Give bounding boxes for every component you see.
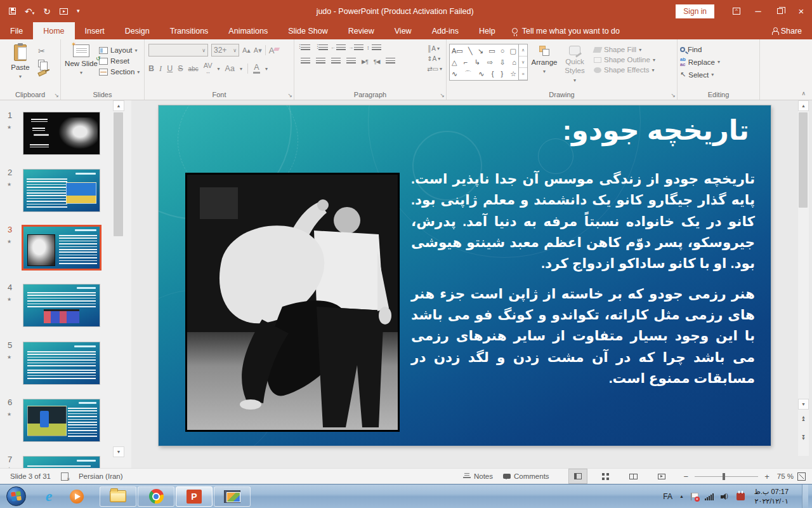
section-button[interactable]: Section▾ bbox=[99, 68, 140, 76]
increase-font-size-button[interactable]: A▴ bbox=[242, 47, 251, 54]
volume-icon[interactable]: ) bbox=[721, 493, 730, 500]
font-size-combo[interactable]: 32+∨ bbox=[211, 44, 239, 57]
vscroll-down-button[interactable]: ▼ bbox=[798, 399, 809, 410]
save-icon[interactable] bbox=[9, 8, 16, 15]
layout-button[interactable]: Layout▾ bbox=[99, 46, 140, 54]
scribble-shape-icon[interactable]: ∿ bbox=[452, 70, 457, 77]
arc-shape-icon[interactable]: ⌒ bbox=[464, 70, 471, 77]
clear-formatting-button[interactable]: A bbox=[269, 46, 275, 55]
tray-clock[interactable]: 07:17 ب.ظ ۲۰۲۲/۱۲/۰۱ bbox=[752, 487, 795, 506]
font-color-button[interactable]: A bbox=[253, 64, 260, 74]
vscroll-thumb[interactable] bbox=[799, 112, 808, 208]
thumb-scrollbar-thumb[interactable] bbox=[114, 112, 123, 236]
drawing-dialog-launcher[interactable]: ↘ bbox=[671, 92, 676, 98]
start-slideshow-icon[interactable] bbox=[60, 8, 68, 15]
main-vertical-scrollbar[interactable]: ▲ ▼ ▲▲ ▼▼ bbox=[798, 100, 809, 456]
shapes-gallery[interactable]: A▭╲↘▭○▢ △⌐↳⇨⇩⌂ ∿⌒∿{}☆ ∧ ∨ ≡ bbox=[449, 44, 528, 81]
underline-button[interactable]: U bbox=[167, 64, 173, 73]
next-slide-button[interactable]: ▼▼ bbox=[798, 432, 809, 443]
hardware-plug-icon[interactable] bbox=[737, 493, 745, 500]
justify-icon[interactable] bbox=[346, 58, 356, 65]
shape-outline-button[interactable]: Shape Outline▾ bbox=[594, 56, 655, 64]
elbow-arrow-shape-icon[interactable]: ↳ bbox=[475, 59, 480, 66]
zoom-in-button[interactable]: + bbox=[762, 472, 772, 481]
thumb-scroll-up-button[interactable]: ▲ bbox=[113, 100, 124, 111]
oval-shape-icon[interactable]: ○ bbox=[501, 48, 505, 55]
animation-star-icon[interactable]: ★ bbox=[7, 411, 11, 417]
copy-icon[interactable] bbox=[38, 60, 44, 67]
slide-thumbnail-3-selected[interactable] bbox=[22, 225, 102, 271]
language-indicator[interactable]: Persian (Iran) bbox=[79, 472, 123, 480]
align-center-icon[interactable] bbox=[316, 58, 325, 65]
decrease-indent-icon[interactable] bbox=[336, 44, 346, 51]
spell-check-button[interactable] bbox=[61, 472, 69, 481]
start-button[interactable] bbox=[6, 486, 26, 506]
increase-indent-icon[interactable] bbox=[354, 44, 363, 51]
line-shape-icon[interactable]: ╲ bbox=[468, 48, 473, 55]
shapes-more[interactable]: ≡ bbox=[519, 68, 527, 80]
bold-button[interactable]: B bbox=[148, 64, 154, 73]
tab-help[interactable]: Help bbox=[469, 22, 506, 39]
slide-thumbnail-1[interactable] bbox=[23, 112, 100, 155]
cut-icon[interactable]: ✂ bbox=[38, 46, 46, 56]
change-case-button[interactable]: Aa bbox=[225, 64, 235, 73]
sign-in-button[interactable]: Sign in bbox=[676, 4, 714, 18]
slide-thumbnail-6[interactable] bbox=[23, 399, 100, 442]
freeform-shape-icon[interactable]: ⌂ bbox=[512, 59, 516, 66]
tell-me-box[interactable]: Tell me what you want to do bbox=[506, 22, 626, 39]
slide-paragraph-2[interactable]: هنر رزمی جودو که بر خاسته از ژاپن است جز… bbox=[411, 284, 755, 390]
paragraph-dialog-launcher[interactable]: ↘ bbox=[440, 92, 445, 98]
format-painter-icon[interactable] bbox=[37, 70, 46, 77]
elbow-shape-icon[interactable]: ⌐ bbox=[464, 59, 468, 66]
zoom-slider[interactable] bbox=[695, 476, 758, 477]
taskbar-powerpoint-button[interactable]: P bbox=[176, 486, 213, 507]
select-button[interactable]: ↖Select▾ bbox=[680, 70, 757, 79]
show-desktop-button[interactable] bbox=[802, 485, 808, 508]
textbox-shape-icon[interactable]: A▭ bbox=[452, 48, 463, 55]
zoom-percentage[interactable]: 75 % bbox=[777, 472, 794, 480]
taskbar-explorer-button[interactable] bbox=[100, 486, 136, 507]
reading-view-button[interactable] bbox=[624, 469, 643, 484]
minimize-button[interactable]: ─ bbox=[747, 0, 769, 22]
down-arrow-shape-icon[interactable]: ⇩ bbox=[500, 59, 506, 66]
rectangle-shape-icon[interactable]: ▭ bbox=[488, 48, 495, 55]
font-dialog-launcher[interactable]: ↘ bbox=[287, 92, 292, 98]
network-signal-icon[interactable] bbox=[705, 493, 714, 500]
thumb-scroll-down-button[interactable]: ▼ bbox=[113, 446, 124, 457]
slide-paragraph-1[interactable]: تاریخچه جودو از زندگی موسس آن جدا ناپذیر… bbox=[411, 169, 755, 275]
text-shadow-button[interactable]: S bbox=[178, 64, 183, 73]
redo-icon[interactable]: ↻ bbox=[43, 7, 51, 16]
line-spacing-icon[interactable] bbox=[372, 44, 381, 51]
curve-shape-icon[interactable]: ∿ bbox=[478, 70, 484, 77]
collapse-ribbon-button[interactable]: ∧ bbox=[801, 90, 806, 97]
clipboard-dialog-launcher[interactable]: ↘ bbox=[54, 92, 59, 98]
align-text-button[interactable]: ⇕A▾ bbox=[427, 55, 442, 62]
slide-canvas[interactable]: تاریخچه جودو: bbox=[159, 105, 771, 446]
slideshow-view-button[interactable] bbox=[652, 469, 671, 484]
shapes-scroll-up[interactable]: ∧ bbox=[519, 44, 527, 57]
tab-view[interactable]: View bbox=[384, 22, 422, 39]
right-arrow-shape-icon[interactable]: ⇨ bbox=[487, 59, 493, 66]
character-spacing-button[interactable]: AV↔ bbox=[204, 62, 213, 75]
animation-star-icon[interactable]: ★ bbox=[7, 297, 11, 302]
animation-star-icon[interactable]: ★ bbox=[7, 124, 11, 130]
restore-button[interactable] bbox=[769, 0, 790, 22]
thumbnail-scrollbar[interactable]: ▲ ▼ bbox=[113, 100, 124, 468]
customize-qat-icon[interactable]: ▾ bbox=[77, 8, 80, 14]
slide-thumbnail-5[interactable] bbox=[23, 342, 100, 385]
font-name-combo[interactable]: ∨ bbox=[148, 44, 208, 57]
slide-title-text[interactable]: تاریخچه جودو: bbox=[563, 114, 749, 146]
tab-slide-show[interactable]: Slide Show bbox=[278, 22, 338, 39]
strikethrough-button[interactable]: abc bbox=[188, 65, 199, 72]
taskbar-photo-viewer-button[interactable] bbox=[214, 486, 251, 507]
ribbon-display-options-button[interactable] bbox=[726, 0, 747, 22]
arrow-shape-icon[interactable]: ↘ bbox=[478, 48, 483, 55]
tab-review[interactable]: Review bbox=[338, 22, 384, 39]
rtl-direction-button[interactable]: ¶◀ bbox=[374, 58, 380, 65]
replace-button[interactable]: abacReplace▾ bbox=[680, 57, 757, 67]
tab-design[interactable]: Design bbox=[115, 22, 160, 39]
tray-expand-icon[interactable]: ▲ bbox=[679, 494, 684, 498]
find-button[interactable]: Find bbox=[680, 46, 757, 53]
taskbar-media-player-icon[interactable] bbox=[63, 486, 91, 507]
animation-star-icon[interactable]: ★ bbox=[7, 354, 11, 360]
